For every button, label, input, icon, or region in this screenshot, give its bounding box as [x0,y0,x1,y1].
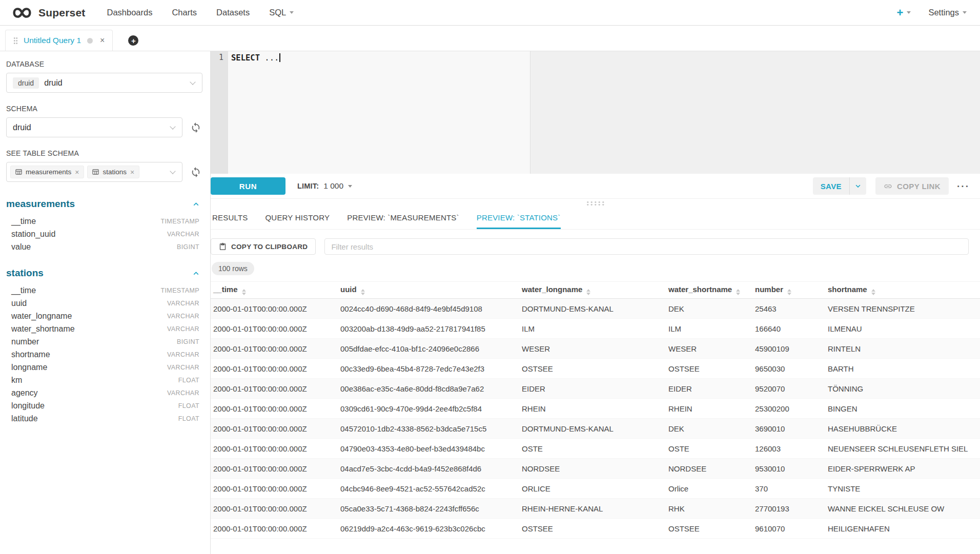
nav-item-dashboards[interactable]: Dashboards [107,8,152,17]
remove-chip-icon[interactable]: × [130,169,134,176]
column-header-label: shortname [828,285,867,294]
text-cursor [279,53,280,62]
table-icon [15,169,22,175]
schema-tables: measurements__timeTIMESTAMPstation_uuidV… [6,198,202,425]
column-header-shortname[interactable]: shortname [823,282,980,299]
nav-item-charts[interactable]: Charts [172,8,197,17]
tab-results[interactable]: RESULTS [212,207,248,229]
sync-icon [190,167,201,178]
column-header-uuid[interactable]: uuid [335,282,517,299]
close-tab-icon[interactable]: × [100,36,105,45]
nav-item-sql[interactable]: SQL [269,8,294,17]
table-schema-label: SEE TABLE SCHEMA [6,149,202,157]
table-cell: ORLICE [517,479,663,499]
column-header-water_shortname[interactable]: water_shortname [663,282,750,299]
table-cell: 2000-01-01T00:00:00.000Z [211,319,335,339]
table-cell: BINGEN [823,399,980,419]
refresh-schema-button[interactable] [189,121,202,134]
drag-handle-icon[interactable] [13,37,18,45]
nav-item-datasets[interactable]: Datasets [216,8,250,17]
column-row: agencyVARCHAR [6,386,202,399]
table-cell: NORDSEE [663,459,750,479]
table-cell: 2000-01-01T00:00:00.000Z [211,499,335,519]
refresh-tables-button[interactable] [189,166,202,179]
table-cell: 2000-01-01T00:00:00.000Z [211,339,335,359]
more-options-button[interactable]: ··· [957,181,970,191]
table-schema-select[interactable]: measurements×stations× [6,162,182,182]
sql-editor[interactable]: 1 SELECT ... [211,51,980,174]
tab-preview-stations[interactable]: PREVIEW: `STATIONS` [477,207,561,229]
schema-table-header[interactable]: measurements [6,198,202,210]
tab-query-history[interactable]: QUERY HISTORY [265,207,330,229]
sql-text: ... [260,53,279,63]
column-header-__time[interactable]: __time [211,282,335,299]
chevron-down-icon [963,11,967,14]
chevron-up-icon[interactable] [193,201,199,208]
column-name: longname [11,363,47,372]
table-cell: 00e386ac-e35c-4a6e-80dd-f8cd8a9e7a62 [335,379,517,399]
tab-preview-measurements[interactable]: PREVIEW: `MEASUREMENTS` [347,207,459,229]
column-row: water_shortnameVARCHAR [6,322,202,335]
table-icon [92,169,99,175]
database-value: druid [44,78,63,88]
nav-item-label: Datasets [216,8,250,17]
table-cell: 003200ab-d138-49d9-aa52-217817941f85 [335,319,517,339]
column-name: __time [11,217,36,226]
table-cell: ILM [663,319,750,339]
copy-link-button[interactable]: COPY LINK [875,177,949,195]
editor-code-area[interactable]: SELECT ... [228,51,980,174]
save-button[interactable]: SAVE [813,177,849,195]
table-row: 2000-01-01T00:00:00.000Z00c33ed9-6bea-45… [211,359,980,379]
table-cell: 9530010 [750,459,823,479]
table-cell: 27700193 [750,499,823,519]
table-row: 2000-01-01T00:00:00.000Z005dfdae-efcc-41… [211,339,980,359]
table-cell: 04790e03-4353-4e80-beef-b3ed439484bc [335,439,517,459]
column-row: __timeTIMESTAMP [6,215,202,228]
table-chip-stations[interactable]: stations× [87,166,139,178]
chevron-down-icon [190,79,195,85]
table-chip-measurements[interactable]: measurements× [10,166,84,178]
query-tab[interactable]: Untitled Query 1 × [5,30,113,51]
sort-icon [871,289,875,295]
new-item-button[interactable]: + [897,7,911,18]
column-header-water_longname[interactable]: water_longname [517,282,663,299]
table-row: 2000-01-01T00:00:00.000Z003200ab-d138-49… [211,319,980,339]
table-schema-field: SEE TABLE SCHEMA measurements×stations× [6,149,202,182]
column-row: numberBIGINT [6,335,202,348]
limit-dropdown[interactable]: LIMIT: 1 000 [297,181,352,191]
column-name: agency [11,388,38,398]
column-header-label: uuid [340,285,357,294]
add-tab-button[interactable]: + [128,35,138,46]
row-count-badge: 100 rows [212,262,254,275]
copy-to-clipboard-button[interactable]: COPY TO CLIPBOARD [211,238,316,255]
chevron-down-icon [170,124,175,129]
column-header-number[interactable]: number [750,282,823,299]
settings-menu[interactable]: Settings [928,8,967,17]
schema-table-header[interactable]: stations [6,268,202,279]
limit-label: LIMIT: [297,182,319,190]
filter-results-input[interactable] [324,238,969,255]
chevron-up-icon[interactable] [193,270,199,277]
column-type: BIGINT [177,243,199,251]
schema-field: SCHEMA druid [6,105,202,137]
column-header-label: water_shortname [668,285,732,294]
table-cell: 005dfdae-efcc-410a-bf1c-24096e0c2866 [335,339,517,359]
chevron-down-icon [855,183,861,189]
table-cell: RHEIN [517,399,663,419]
database-select[interactable]: druid druid [6,73,202,93]
result-controls: COPY TO CLIPBOARD [211,238,980,255]
remove-chip-icon[interactable]: × [75,169,79,176]
table-cell: RINTELN [823,339,980,359]
column-row: shortnameVARCHAR [6,348,202,361]
table-cell: DORTMUND-EMS-KANAL [517,299,663,319]
superset-logo[interactable]: Superset [10,6,85,20]
query-tab-label: Untitled Query 1 [24,36,81,45]
run-button[interactable]: RUN [211,177,285,195]
column-row: water_longnameVARCHAR [6,310,202,322]
table-cell: 05ca0e33-5c71-4368-b824-2243fcff656c [335,499,517,519]
save-options-button[interactable] [849,177,866,195]
sync-icon [190,122,201,133]
schema-select[interactable]: druid [6,117,182,137]
column-row: station_uuidVARCHAR [6,228,202,240]
pane-splitter[interactable] [211,199,980,207]
